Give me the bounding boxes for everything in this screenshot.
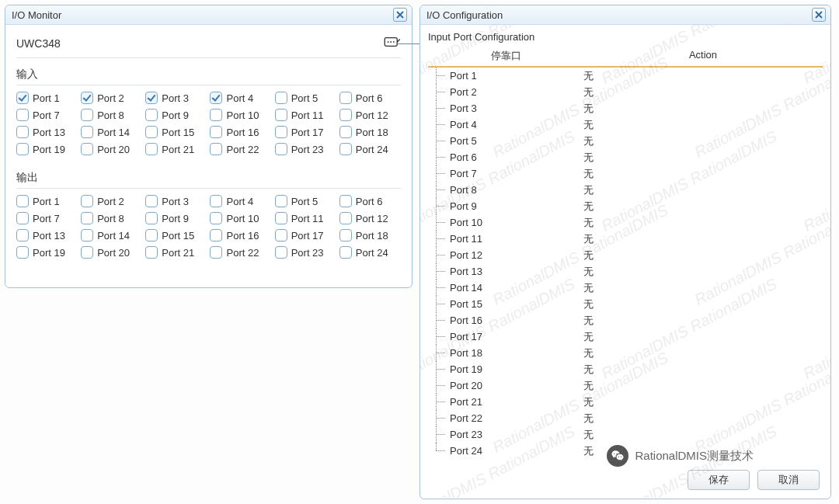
output-port-6[interactable]: Port 6 [339,195,401,207]
checkbox-icon[interactable] [339,143,352,155]
output-port-22[interactable]: Port 22 [210,246,271,259]
output-port-9[interactable]: Port 9 [145,212,207,224]
input-port-2[interactable]: Port 2 [81,92,142,104]
col-action-header[interactable]: Action [583,46,823,66]
checkbox-icon[interactable] [339,92,352,104]
checkbox-icon[interactable] [81,229,93,242]
col-port-header[interactable]: 停靠口 [428,46,583,66]
output-port-13[interactable]: Port 13 [16,229,78,242]
checkbox-icon[interactable] [275,246,287,259]
checkbox-icon[interactable] [275,195,287,207]
input-port-12[interactable]: Port 12 [339,109,401,121]
checkbox-icon[interactable] [275,212,287,224]
input-port-23[interactable]: Port 23 [275,143,336,155]
output-port-17[interactable]: Port 17 [275,229,336,242]
checkbox-icon[interactable] [145,195,158,207]
output-port-11[interactable]: Port 11 [275,212,336,224]
input-port-20[interactable]: Port 20 [81,143,142,155]
input-port-18[interactable]: Port 18 [339,126,401,138]
config-row[interactable]: Port 23无 [428,426,823,443]
checkbox-icon[interactable] [81,126,93,138]
config-row[interactable]: Port 20无 [428,377,823,394]
input-port-5[interactable]: Port 5 [275,92,336,104]
config-row[interactable]: Port 1无 [428,68,823,84]
checkbox-icon[interactable] [81,246,93,259]
output-port-10[interactable]: Port 10 [210,212,271,224]
config-row[interactable]: Port 8无 [428,182,823,198]
checkbox-icon[interactable] [210,126,222,138]
checkbox-icon[interactable] [16,109,29,121]
checkbox-icon[interactable] [16,195,29,207]
checkbox-icon[interactable] [275,109,287,121]
output-port-18[interactable]: Port 18 [339,229,401,242]
checkbox-icon[interactable] [145,229,158,242]
checkbox-icon[interactable] [339,229,352,242]
config-row[interactable]: Port 10无 [428,214,823,231]
config-row[interactable]: Port 4无 [428,116,823,133]
input-port-17[interactable]: Port 17 [275,126,336,138]
checkbox-icon[interactable] [339,126,352,138]
checkbox-icon[interactable] [16,92,29,104]
config-row[interactable]: Port 19无 [428,361,823,377]
output-port-7[interactable]: Port 7 [16,212,78,224]
input-port-16[interactable]: Port 16 [210,126,271,138]
checkbox-icon[interactable] [275,143,287,155]
config-row[interactable]: Port 5无 [428,133,823,149]
output-port-21[interactable]: Port 21 [145,246,207,259]
output-port-3[interactable]: Port 3 [145,195,207,207]
input-port-15[interactable]: Port 15 [145,126,207,138]
checkbox-icon[interactable] [16,229,29,242]
input-port-3[interactable]: Port 3 [145,92,207,104]
output-port-5[interactable]: Port 5 [275,195,336,207]
save-button[interactable]: 保存 [688,470,750,490]
checkbox-icon[interactable] [145,143,158,155]
output-port-16[interactable]: Port 16 [210,229,271,242]
output-port-12[interactable]: Port 12 [339,212,401,224]
checkbox-icon[interactable] [81,212,93,224]
input-port-8[interactable]: Port 8 [81,109,142,121]
close-button[interactable] [393,8,407,22]
checkbox-icon[interactable] [145,246,158,259]
config-row[interactable]: Port 6无 [428,149,823,165]
config-row[interactable]: Port 12无 [428,247,823,263]
input-port-11[interactable]: Port 11 [275,109,336,121]
checkbox-icon[interactable] [210,143,222,155]
input-port-24[interactable]: Port 24 [339,143,401,155]
checkbox-icon[interactable] [81,92,93,104]
config-row[interactable]: Port 21无 [428,394,823,410]
config-row[interactable]: Port 13无 [428,263,823,280]
input-port-6[interactable]: Port 6 [339,92,401,104]
checkbox-icon[interactable] [81,109,93,121]
output-port-8[interactable]: Port 8 [81,212,142,224]
output-port-24[interactable]: Port 24 [339,246,401,259]
checkbox-icon[interactable] [145,92,158,104]
checkbox-icon[interactable] [275,92,287,104]
checkbox-icon[interactable] [145,212,158,224]
config-row[interactable]: Port 22无 [428,410,823,426]
checkbox-icon[interactable] [16,246,29,259]
config-row[interactable]: Port 16无 [428,312,823,328]
output-port-4[interactable]: Port 4 [210,195,271,207]
checkbox-icon[interactable] [275,229,287,242]
checkbox-icon[interactable] [145,126,158,138]
output-port-20[interactable]: Port 20 [81,246,142,259]
checkbox-icon[interactable] [339,109,352,121]
config-row[interactable]: Port 11无 [428,231,823,247]
config-row[interactable]: Port 14无 [428,280,823,296]
checkbox-icon[interactable] [16,143,29,155]
checkbox-icon[interactable] [339,246,352,259]
output-port-2[interactable]: Port 2 [81,195,142,207]
checkbox-icon[interactable] [210,229,222,242]
output-port-14[interactable]: Port 14 [81,229,142,242]
checkbox-icon[interactable] [145,109,158,121]
checkbox-icon[interactable] [16,212,29,224]
config-row[interactable]: Port 2无 [428,84,823,100]
checkbox-icon[interactable] [210,212,222,224]
input-port-19[interactable]: Port 19 [16,143,78,155]
config-row[interactable]: Port 17无 [428,328,823,345]
input-port-10[interactable]: Port 10 [210,109,271,121]
input-port-1[interactable]: Port 1 [16,92,78,104]
config-row[interactable]: Port 9无 [428,198,823,214]
checkbox-icon[interactable] [275,126,287,138]
config-row[interactable]: Port 7无 [428,165,823,182]
